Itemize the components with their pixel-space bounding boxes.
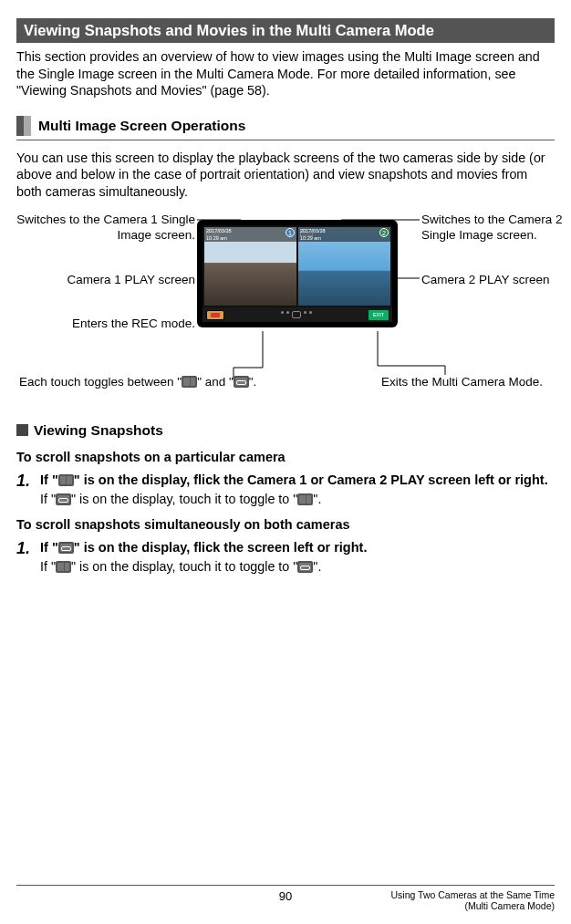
step-b-sub-3: ". [313,559,321,574]
subhead-scroll-particular: To scroll snapshots on a particular came… [16,450,555,464]
step-a-main-2: " is on the display, flick the Camera 1 … [74,472,548,487]
scr1-time: 10:29 am [206,235,227,241]
step-a-sub-3: ". [313,492,321,506]
step-a-sub-1: If " [40,492,56,506]
callout-toggle: Each touch toggles between "" and "". [19,375,375,389]
page-title-bar: Viewing Snapshots and Movies in the Mult… [16,18,555,43]
scr2-date: 2017/03/28 [300,228,326,234]
split-icon [182,376,197,388]
callout-rec-mode: Enters the REC mode. [13,317,195,331]
chapter-reference: Using Two Cameras at the Same Time (Mult… [375,889,555,911]
step-a: 1. If "" is on the display, flick the Ca… [16,472,555,507]
subheading-accent-dark [16,116,24,136]
page-number: 90 [196,889,376,903]
camera2-screen: FHD 2017/03/28 10:29 am 2 [298,227,390,306]
step-a-sub-2: " is on the display, touch it to toggle … [71,492,297,506]
link-icon [58,542,74,554]
toolbar-icons [281,311,312,318]
step-b: 1. If "" is on the display, flick the sc… [16,539,555,575]
step-a-number: 1. [16,472,40,507]
callout-camera1-play: Camera 1 PLAY screen [13,273,195,287]
toggle-text-c: ". [249,375,257,389]
callout-camera1-switch: Switches to the Camera 1 Single Image sc… [13,213,195,242]
step-b-main-1: If " [40,540,58,555]
callout-exit: Exits the Multi Camera Mode. [381,375,571,389]
subheading-underline [16,140,555,140]
link-icon [234,376,249,388]
phone-mockup: FHD 2017/03/28 10:29 am 1 FHD 2017/03/28… [197,220,398,327]
callout-camera2-play: Camera 2 PLAY screen [421,273,571,287]
section-bullet-icon [16,424,28,436]
step-a-sub: If "" is on the display, touch it to tog… [40,491,555,508]
callout-camera2-switch: Switches to the Camera 2 Single Image sc… [421,213,571,242]
split-icon [58,474,74,486]
step-b-sub-1: If " [40,559,56,574]
link-icon [56,493,71,505]
toggle-text-a: Each touch toggles between " [19,375,182,389]
subheading-text: Multi Image Screen Operations [38,118,245,134]
camera1-screen: FHD 2017/03/28 10:29 am 1 [204,227,296,306]
scr2-time: 10:29 am [300,235,321,241]
toggle-text-b: " and " [197,375,234,389]
split-icon [297,493,313,505]
step-b-sub: If "" is on the display, touch it to tog… [40,558,555,576]
subheading-row: Multi Image Screen Operations [16,116,555,136]
exit-button-icon: EXIT [369,310,389,320]
step-b-main: If "" is on the display, flick the scree… [40,539,555,556]
step-a-main: If "" is on the display, flick the Camer… [40,472,555,489]
step-a-main-1: If " [40,472,58,487]
step-b-main-2: " is on the display, flick the screen le… [74,540,368,555]
page-footer: 90 Using Two Cameras at the Same Time (M… [16,885,555,911]
link-icon [297,561,313,573]
section-title-text: Viewing Snapshots [34,422,163,438]
intro-paragraph: This section provides an overview of how… [16,48,555,99]
scr1-date: 2017/03/28 [206,228,232,234]
step-b-sub-2: " is on the display, touch it to toggle … [71,559,297,574]
subheading-description: You can use this screen to display the p… [16,150,555,201]
multi-image-diagram: Switches to the Camera 1 Single Image sc… [16,213,555,395]
split-icon [56,561,71,573]
section-viewing-snapshots: Viewing Snapshots [16,422,555,439]
step-b-number: 1. [16,539,40,575]
subhead-scroll-both: To scroll snapshots simultaneously on bo… [16,517,555,532]
rec-button-icon [206,310,224,320]
subheading-accent-light [24,116,31,136]
